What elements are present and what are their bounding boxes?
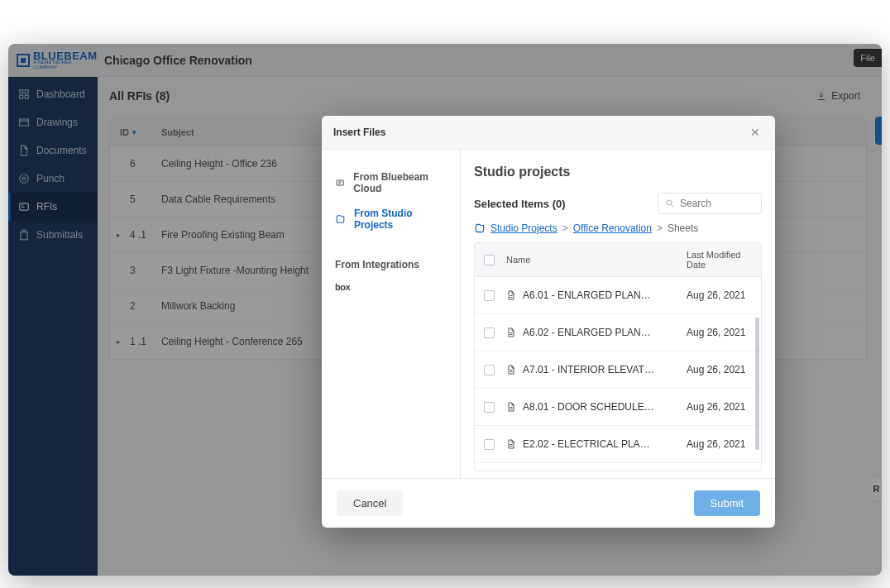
row-check-cell [475, 470, 503, 471]
row-check-cell [475, 284, 503, 308]
cell-filename: A8.01 - DOOR SCHEDULE.pdf [503, 394, 683, 419]
modal-source-panel: From Bluebeam Cloud From Studio Projects… [322, 150, 461, 478]
cell-date: Aug 26, 2021 [683, 357, 761, 382]
search-input-wrapper[interactable] [658, 193, 762, 214]
select-all-cell [475, 248, 503, 272]
breadcrumb-separator: > [657, 222, 663, 234]
integrations-heading: From Integrations [332, 254, 450, 275]
document-icon [506, 290, 516, 300]
row-checkbox[interactable] [484, 290, 495, 301]
document-icon [506, 439, 516, 449]
close-icon[interactable]: ✕ [747, 124, 763, 141]
file-table-header: Name Last Modified Date [475, 243, 761, 277]
box-icon: box [335, 282, 350, 292]
modal-footer: Cancel Submit [322, 478, 775, 528]
source-studio-projects[interactable]: From Studio Projects [332, 201, 450, 237]
cell-filename: A6.02 - ENLARGED PLANS.pdf [503, 320, 683, 345]
cell-date: Aug 26, 2021 [683, 320, 761, 345]
cloud-icon [335, 177, 345, 189]
modal-header: Insert Files ✕ [322, 116, 775, 150]
modal-title: Insert Files [333, 127, 385, 138]
cell-filename: E2.02 - ELECTRICAL PLAN - LEVEL [503, 432, 683, 457]
row-checkbox[interactable] [484, 439, 495, 450]
column-date[interactable]: Last Modified Date [683, 243, 761, 276]
modal-body: From Bluebeam Cloud From Studio Projects… [322, 150, 775, 478]
row-checkbox[interactable] [484, 365, 495, 375]
file-row[interactable]: A6.02 - ENLARGED PLANS.pdf Aug 26, 2021 [475, 314, 761, 351]
cell-date: Aug 26, 2021 [683, 432, 761, 457]
submit-button[interactable]: Submit [694, 490, 760, 516]
scrollbar-thumb[interactable] [755, 318, 759, 450]
search-icon [665, 198, 675, 208]
row-check-cell [475, 321, 503, 345]
cell-filename: A7.01 - INTERIOR ELEVATIONS.pdf [503, 357, 683, 382]
selected-row: Selected Items (0) [474, 193, 762, 214]
row-check-cell [475, 395, 503, 419]
select-all-checkbox[interactable] [484, 255, 495, 265]
search-input[interactable] [680, 198, 754, 209]
cell-date: Aug 26, 2021 [683, 283, 761, 308]
selected-items-label: Selected Items (0) [474, 198, 566, 210]
cell-date: Aug 26, 2021 [683, 394, 761, 419]
insert-files-modal: Insert Files ✕ From Bluebeam Cloud From … [322, 116, 775, 528]
file-row[interactable]: A8.01 - DOOR SCHEDULE.pdf Aug 26, 2021 [475, 389, 761, 426]
source-bluebeam-cloud[interactable]: From Bluebeam Cloud [332, 165, 450, 201]
breadcrumb-leaf: Sheets [668, 222, 698, 234]
document-icon [506, 402, 516, 412]
cell-date: Aug 26, 2021 [683, 469, 761, 471]
studio-icon [474, 222, 486, 234]
file-row[interactable]: A6.01 - ENLARGED PLANS.pdf Aug 26, 2021 [475, 277, 761, 314]
row-checkbox[interactable] [484, 402, 495, 413]
breadcrumb-root[interactable]: Studio Projects [490, 222, 557, 234]
document-icon [506, 327, 516, 337]
file-row[interactable]: G0.00 - COVER SHEET.pdf Aug 26, 2021 [475, 463, 761, 471]
source-title: Studio projects [474, 165, 762, 179]
cancel-button[interactable]: Cancel [337, 490, 403, 516]
breadcrumb-separator: > [562, 222, 568, 234]
studio-icon [335, 213, 346, 225]
row-check-cell [475, 358, 503, 382]
document-icon [506, 365, 516, 375]
file-row[interactable]: E2.02 - ELECTRICAL PLAN - LEVEL Aug 26, … [475, 426, 761, 463]
file-table: Name Last Modified Date A6.01 - ENLARGED… [474, 242, 762, 471]
modal-content-panel: Studio projects Selected Items (0) Studi… [461, 150, 775, 478]
column-name[interactable]: Name [503, 248, 683, 271]
row-checkbox[interactable] [484, 327, 495, 338]
file-row[interactable]: A7.01 - INTERIOR ELEVATIONS.pdf Aug 26, … [475, 351, 761, 389]
source-label: From Studio Projects [354, 208, 447, 231]
svg-point-10 [667, 200, 672, 205]
breadcrumb: Studio Projects > Office Renovation > Sh… [474, 222, 762, 234]
cell-filename: A6.01 - ENLARGED PLANS.pdf [503, 283, 683, 308]
cell-filename: G0.00 - COVER SHEET.pdf [503, 469, 683, 471]
row-check-cell [475, 433, 503, 457]
source-box[interactable]: box [332, 275, 450, 299]
breadcrumb-mid[interactable]: Office Renovation [573, 222, 652, 234]
svg-rect-9 [337, 180, 343, 185]
source-label: From Bluebeam Cloud [353, 171, 447, 194]
